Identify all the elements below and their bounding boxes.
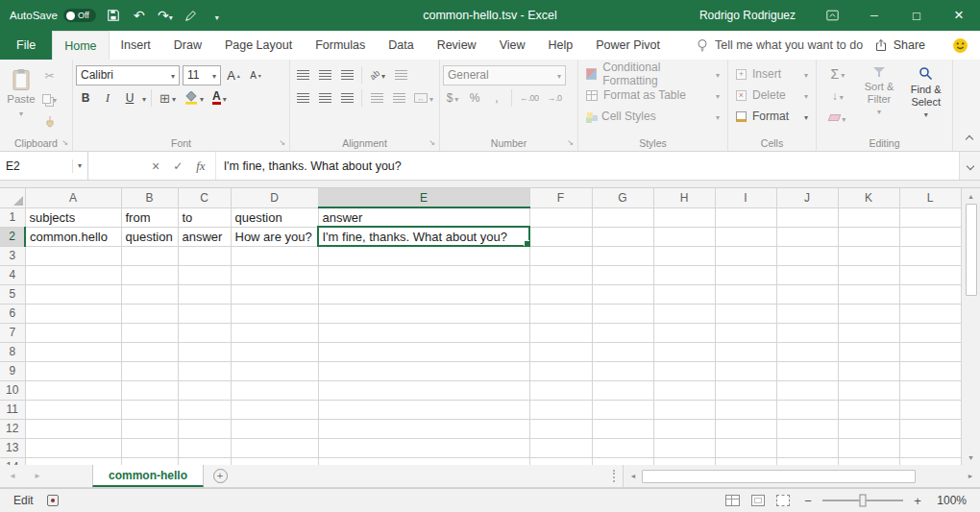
cell-B10[interactable] [121, 380, 178, 400]
paste-button[interactable]: Paste [3, 63, 39, 123]
cell-G14[interactable] [592, 457, 653, 465]
cell-L7[interactable] [899, 323, 961, 342]
cell-J6[interactable] [776, 304, 838, 323]
format-painter-button[interactable] [39, 111, 60, 132]
row-header-13[interactable]: 13 [0, 438, 25, 457]
cell-K14[interactable] [838, 457, 899, 465]
cell-L10[interactable] [899, 380, 961, 400]
cell-A6[interactable] [25, 304, 121, 323]
save-button[interactable] [105, 5, 122, 26]
cell-H13[interactable] [653, 438, 715, 457]
cell-K2[interactable] [838, 227, 899, 246]
cell-J9[interactable] [776, 361, 838, 380]
cell-A9[interactable] [25, 361, 121, 380]
cell-C8[interactable] [178, 342, 231, 361]
column-header-K[interactable]: K [838, 188, 899, 207]
cell-E12[interactable] [318, 419, 529, 438]
account-user-name[interactable]: Rodrigo Rodriguez [699, 9, 796, 22]
cell-D9[interactable] [231, 361, 318, 380]
cell-F12[interactable] [529, 419, 592, 438]
scroll-left-icon[interactable] [625, 473, 641, 479]
cell-I6[interactable] [715, 304, 776, 323]
tab-formulas[interactable]: Formulas [304, 31, 377, 60]
row-header-11[interactable]: 11 [0, 400, 25, 419]
cell-I10[interactable] [715, 380, 776, 400]
font-color-button[interactable]: A [209, 88, 230, 109]
clear-button[interactable] [820, 108, 856, 128]
scroll-up-icon[interactable] [968, 190, 974, 202]
underline-options-chevron-icon[interactable] [142, 91, 146, 105]
column-header-G[interactable]: G [592, 188, 653, 207]
cell-F14[interactable] [529, 457, 592, 465]
cell-E7[interactable] [318, 323, 529, 342]
redo-button[interactable] [157, 5, 174, 26]
tab-scroll-splitter[interactable] [613, 470, 619, 482]
cell-A3[interactable] [25, 246, 121, 265]
row-header-2[interactable]: 2 [0, 227, 25, 246]
cell-E5[interactable] [318, 284, 529, 304]
cell-D11[interactable] [231, 400, 318, 419]
cell-A4[interactable] [25, 265, 121, 284]
increase-decimal-button[interactable]: ←.00 [517, 88, 542, 109]
cell-E6[interactable] [318, 304, 529, 323]
cell-H10[interactable] [653, 380, 715, 400]
autosave-toggle[interactable]: AutoSave Off [10, 9, 96, 22]
cell-B3[interactable] [121, 246, 178, 265]
cell-A2[interactable]: common.hello [25, 227, 121, 246]
cell-J2[interactable] [776, 227, 838, 246]
cell-A14[interactable] [25, 457, 121, 465]
cell-C7[interactable] [178, 323, 231, 342]
cell-G11[interactable] [592, 400, 653, 419]
font-name-combobox[interactable]: Calibri [76, 65, 180, 85]
cell-C1[interactable]: to [178, 207, 231, 227]
cell-E8[interactable] [318, 342, 529, 361]
cell-A5[interactable] [25, 284, 121, 304]
zoom-out-button[interactable] [801, 494, 815, 508]
number-dialog-launcher[interactable] [567, 134, 574, 148]
cell-D14[interactable] [231, 457, 318, 465]
cell-J4[interactable] [776, 265, 838, 284]
cell-B14[interactable] [121, 457, 178, 465]
align-right-button[interactable] [337, 88, 356, 109]
cell-H9[interactable] [653, 361, 715, 380]
new-sheet-button[interactable] [204, 465, 236, 487]
cell-H14[interactable] [653, 457, 715, 465]
cell-B8[interactable] [121, 342, 178, 361]
cell-A8[interactable] [25, 342, 121, 361]
cell-K12[interactable] [838, 419, 899, 438]
cell-D8[interactable] [231, 342, 318, 361]
zoom-slider[interactable] [822, 500, 903, 501]
cell-K5[interactable] [838, 284, 899, 304]
column-header-I[interactable]: I [715, 188, 776, 207]
minimize-button[interactable] [853, 0, 895, 31]
merge-center-button[interactable] [411, 88, 436, 109]
undo-button[interactable] [131, 5, 148, 26]
cell-A1[interactable]: subjects [25, 207, 121, 227]
cell-L3[interactable] [899, 246, 961, 265]
cell-H12[interactable] [653, 419, 715, 438]
insert-function-button[interactable]: fx [196, 158, 205, 174]
cell-L14[interactable] [899, 457, 961, 465]
cell-D1[interactable]: question [231, 207, 318, 227]
cell-I14[interactable] [715, 457, 776, 465]
sheet-tab-common-hello[interactable]: common-hello [92, 465, 204, 487]
decrease-decimal-button[interactable]: →.0 [545, 88, 565, 109]
cell-J5[interactable] [776, 284, 838, 304]
cell-D6[interactable] [231, 304, 318, 323]
tab-file[interactable]: File [0, 31, 52, 60]
cell-G13[interactable] [592, 438, 653, 457]
column-header-H[interactable]: H [653, 188, 715, 207]
row-header-8[interactable]: 8 [0, 342, 25, 361]
bold-button[interactable]: B [76, 88, 95, 109]
cell-I12[interactable] [715, 419, 776, 438]
macro-record-icon[interactable] [47, 495, 59, 506]
comma-style-button[interactable]: , [487, 88, 506, 109]
cell-I4[interactable] [715, 265, 776, 284]
cell-I8[interactable] [715, 342, 776, 361]
cell-H8[interactable] [653, 342, 715, 361]
cell-A10[interactable] [25, 380, 121, 400]
page-break-preview-button[interactable] [776, 495, 790, 506]
cell-D2[interactable]: How are you? [231, 227, 318, 246]
column-header-D[interactable]: D [231, 188, 318, 207]
cell-C10[interactable] [178, 380, 231, 400]
